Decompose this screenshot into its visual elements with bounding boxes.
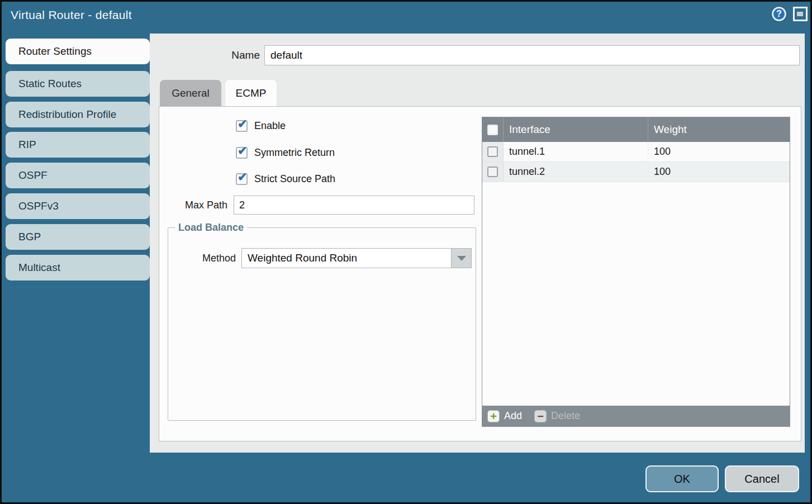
sidebar-item-label: Router Settings [18,45,92,58]
row-checkbox[interactable] [487,167,498,177]
sidebar-item-rip[interactable]: RIP [6,132,150,158]
ok-button[interactable]: OK [645,465,719,492]
symmetric-return-checkbox-row: Symmetric Return [236,146,335,159]
max-path-label: Max Path [159,196,227,215]
enable-checkbox-row: Enable [236,119,286,132]
delete-button[interactable]: − Delete [534,410,580,422]
strict-source-path-checkbox[interactable] [236,173,248,185]
ecmp-tab-content: Enable Symmetric Return Strict Source Pa… [159,106,801,441]
window-restore-icon[interactable] [793,7,808,21]
cancel-button[interactable]: Cancel [725,465,799,492]
load-balance-fieldset: Load Balance Method Weighted Round Robin [168,222,476,421]
column-header-weight[interactable]: Weight [648,117,790,142]
sidebar-item-label: OSPF [18,169,48,182]
max-path-input[interactable] [234,196,474,215]
chevron-down-icon [457,256,466,261]
sidebar-item-label: Static Routes [18,78,82,90]
help-icon[interactable]: ? [772,7,786,21]
load-balance-legend: Load Balance [175,222,247,234]
sidebar-item-ospfv3[interactable]: OSPFv3 [6,193,150,219]
add-button-label: Add [504,410,522,422]
sidebar-item-label: Multicast [18,261,60,274]
method-dropdown-value: Weighted Round Robin [242,249,471,268]
symmetric-return-label: Symmetric Return [254,147,335,159]
strict-source-path-label: Strict Source Path [254,173,335,185]
plus-icon: + [487,410,500,422]
strict-source-path-checkbox-row: Strict Source Path [236,172,335,186]
table-toolbar: + Add − Delete [482,406,790,426]
column-header-interface[interactable]: Interface [504,117,648,142]
symmetric-return-checkbox[interactable] [236,147,248,159]
method-dropdown-button[interactable] [451,249,471,268]
window-restore-icon-inner [797,12,803,16]
header-checkbox-cell [482,117,504,142]
method-label: Method [168,248,236,268]
table-header: Interface Weight [482,117,790,142]
sidebar-item-label: Redistribution Profile [18,108,116,121]
name-input[interactable] [264,45,800,65]
cell-interface[interactable]: tunnel.2 [504,162,648,182]
cell-interface[interactable]: tunnel.1 [504,142,648,161]
row-checkbox-cell [482,142,504,161]
method-dropdown[interactable]: Weighted Round Robin [241,248,472,268]
enable-checkbox[interactable] [236,120,248,132]
tab-ecmp[interactable]: ECMP [225,80,277,106]
delete-button-label: Delete [551,410,580,422]
main-panel: Name General ECMP Enable Symmetric Retur… [150,34,805,453]
sidebar-item-label: RIP [18,139,36,151]
table-empty-area [482,182,790,406]
minus-icon: − [534,410,547,422]
sidebar-item-multicast[interactable]: Multicast [6,255,150,280]
cell-weight[interactable]: 100 [648,162,790,182]
sidebar-item-redistribution-profile[interactable]: Redistribution Profile [6,102,150,127]
table-row[interactable]: tunnel.2 100 [482,162,790,182]
sidebar-item-label: OSPFv3 [18,200,59,212]
sidebar-item-bgp[interactable]: BGP [6,224,150,250]
sidebar-item-static-routes[interactable]: Static Routes [6,71,150,97]
tab-label: ECMP [236,87,267,99]
dialog-title: Virtual Router - default [11,8,132,22]
sidebar-item-router-settings[interactable]: Router Settings [6,39,150,64]
tab-label: General [172,87,210,99]
add-button[interactable]: + Add [487,410,522,422]
sidebar-item-ospf[interactable]: OSPF [6,163,150,188]
table-row[interactable]: tunnel.1 100 [482,142,790,162]
name-label: Name [206,45,260,65]
select-all-checkbox[interactable] [487,125,498,135]
cell-weight[interactable]: 100 [648,142,790,161]
row-checkbox-cell [482,162,504,182]
enable-label: Enable [254,120,286,132]
tab-general[interactable]: General [160,80,221,106]
sidebar-item-label: BGP [18,231,41,243]
row-checkbox[interactable] [487,146,498,157]
interface-table: Interface Weight tunnel.1 100 tunnel.2 1… [482,117,790,427]
virtual-router-dialog: Virtual Router - default ? Router Settin… [0,0,812,504]
